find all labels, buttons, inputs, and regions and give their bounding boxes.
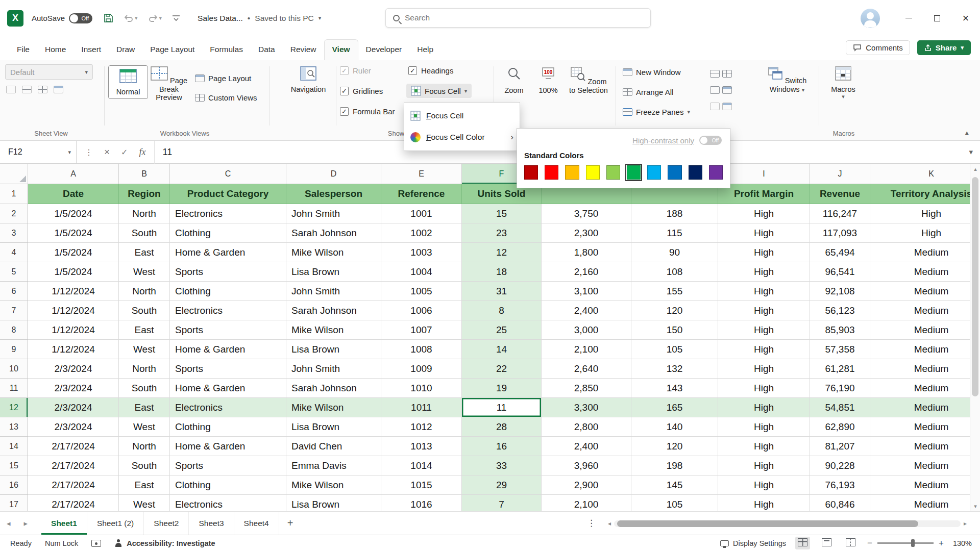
excel-logo-icon[interactable]: X	[7, 10, 23, 27]
focus-cell-button[interactable]: Focus Cell ▾	[406, 84, 472, 98]
cell-E1[interactable]: Reference	[381, 184, 462, 204]
document-title[interactable]: Sales Data...	[198, 14, 243, 23]
ribbon-tab-insert[interactable]: Insert	[74, 40, 109, 60]
cell-C16[interactable]: Clothing	[170, 475, 286, 495]
cell-G13[interactable]: 2,800	[542, 417, 631, 437]
ribbon-tab-data[interactable]: Data	[251, 40, 283, 60]
enter-icon[interactable]: ✓	[121, 147, 128, 157]
ribbon-tab-file[interactable]: File	[9, 40, 37, 60]
avatar[interactable]	[861, 9, 880, 28]
cell-C15[interactable]: Sports	[170, 456, 286, 475]
cell-A9[interactable]: 1/12/2024	[28, 340, 119, 359]
sheet-tab-sheet1[interactable]: Sheet1	[41, 512, 87, 535]
add-sheet-button[interactable]: +	[279, 517, 302, 529]
exit-sheet-view-icon[interactable]	[22, 86, 32, 93]
cell-K6[interactable]: Medium	[870, 282, 970, 301]
row-header-12[interactable]: 12	[0, 398, 28, 417]
autosave-toggle[interactable]: Off	[69, 13, 92, 23]
color-swatch-yellow[interactable]	[586, 165, 600, 180]
cell-B15[interactable]: South	[119, 456, 170, 475]
color-swatch-light-blue[interactable]	[647, 165, 661, 180]
cell-A1[interactable]: Date	[28, 184, 119, 204]
cell-B4[interactable]: East	[119, 243, 170, 262]
cell-G8[interactable]: 3,000	[542, 320, 631, 340]
cell-H12[interactable]: 165	[631, 398, 718, 417]
cell-B10[interactable]: North	[119, 359, 170, 379]
cell-F13[interactable]: 28	[462, 417, 542, 437]
column-header-J[interactable]: J	[810, 164, 870, 184]
cell-D8[interactable]: Mike Wilson	[286, 320, 381, 340]
cell-F9[interactable]: 14	[462, 340, 542, 359]
cell-B17[interactable]: West	[119, 495, 170, 511]
cell-J16[interactable]: 76,193	[810, 475, 870, 495]
sheet-tab-sheet4[interactable]: Sheet4	[234, 512, 279, 535]
cell-J14[interactable]: 81,207	[810, 437, 870, 456]
search-bar[interactable]	[385, 8, 651, 28]
cell-B9[interactable]: West	[119, 340, 170, 359]
insert-function-icon[interactable]: fx	[139, 147, 146, 158]
page-layout-button[interactable]: Page Layout	[195, 71, 251, 85]
cell-E4[interactable]: 1003	[381, 243, 462, 262]
cell-K12[interactable]: Medium	[870, 398, 970, 417]
zoom-to-selection-button[interactable]: Zoom to Selection	[567, 66, 610, 94]
cell-J12[interactable]: 54,851	[810, 398, 870, 417]
cell-C2[interactable]: Electronics	[170, 204, 286, 223]
cell-B1[interactable]: Region	[119, 184, 170, 204]
freeze-panes-button[interactable]: Freeze Panes ▾	[623, 105, 690, 118]
menu-item-focus-cell[interactable]: Focus Cell	[404, 105, 520, 127]
cell-F2[interactable]: 15	[462, 204, 542, 223]
keep-sheet-view-icon[interactable]	[6, 86, 16, 93]
cell-B6[interactable]: North	[119, 282, 170, 301]
reset-window-position-icon[interactable]	[722, 103, 732, 110]
cell-K3[interactable]: High	[870, 223, 970, 243]
formula-bar-checkbox[interactable]: ✓ Formula Bar	[340, 107, 395, 116]
minimize-button[interactable]	[894, 4, 923, 33]
view-side-by-side-icon[interactable]	[722, 70, 732, 78]
sheet-nav-left-icon[interactable]: ◂	[0, 519, 17, 528]
cell-C13[interactable]: Clothing	[170, 417, 286, 437]
row-header-7[interactable]: 7	[0, 301, 28, 320]
cell-G6[interactable]: 3,100	[542, 282, 631, 301]
cell-D6[interactable]: John Smith	[286, 282, 381, 301]
horizontal-scroll-thumb[interactable]	[617, 520, 918, 527]
color-swatch-red[interactable]	[545, 165, 558, 180]
cell-F11[interactable]: 19	[462, 379, 542, 398]
cell-K5[interactable]: Medium	[870, 262, 970, 282]
cell-D7[interactable]: Sarah Johnson	[286, 301, 381, 320]
cell-H13[interactable]: 140	[631, 417, 718, 437]
high-contrast-toggle[interactable]: Off	[699, 136, 722, 145]
cell-F7[interactable]: 8	[462, 301, 542, 320]
unhide-window-icon[interactable]	[710, 103, 720, 110]
cell-G5[interactable]: 2,160	[542, 262, 631, 282]
cell-A15[interactable]: 2/17/2024	[28, 456, 119, 475]
cell-E15[interactable]: 1014	[381, 456, 462, 475]
synchronous-scrolling-icon[interactable]	[722, 86, 732, 94]
cell-C10[interactable]: Sports	[170, 359, 286, 379]
cell-A8[interactable]: 1/12/2024	[28, 320, 119, 340]
horizontal-scrollbar[interactable]: ◂ ▸	[605, 516, 970, 531]
zoom-button[interactable]: Zoom	[498, 66, 530, 94]
vertical-scroll-thumb[interactable]	[972, 177, 978, 396]
column-header-A[interactable]: A	[28, 164, 119, 184]
ribbon-tab-page-layout[interactable]: Page Layout	[142, 40, 202, 60]
gridlines-checkbox[interactable]: ✓ Gridlines	[340, 87, 383, 95]
cell-I13[interactable]: High	[718, 417, 810, 437]
cell-E3[interactable]: 1002	[381, 223, 462, 243]
row-header-9[interactable]: 9	[0, 340, 28, 359]
cell-D5[interactable]: Lisa Brown	[286, 262, 381, 282]
display-settings-button[interactable]: Display Settings	[720, 539, 786, 547]
cell-A16[interactable]: 2/17/2024	[28, 475, 119, 495]
cell-I16[interactable]: High	[718, 475, 810, 495]
ribbon-tab-home[interactable]: Home	[37, 40, 74, 60]
menu-item-focus-cell-color[interactable]: Focus Cell Color ›	[404, 127, 520, 148]
cell-I15[interactable]: High	[718, 456, 810, 475]
zoom-100-button[interactable]: 100 100%	[532, 66, 564, 94]
row-header-8[interactable]: 8	[0, 320, 28, 340]
cell-G3[interactable]: 2,300	[542, 223, 631, 243]
cell-A6[interactable]: 1/12/2024	[28, 282, 119, 301]
column-header-B[interactable]: B	[119, 164, 170, 184]
cell-H15[interactable]: 198	[631, 456, 718, 475]
redo-button[interactable]: ▾	[148, 14, 162, 22]
color-swatch-purple[interactable]	[709, 165, 723, 180]
sheet-view-dropdown[interactable]: Default ▾	[5, 64, 93, 80]
